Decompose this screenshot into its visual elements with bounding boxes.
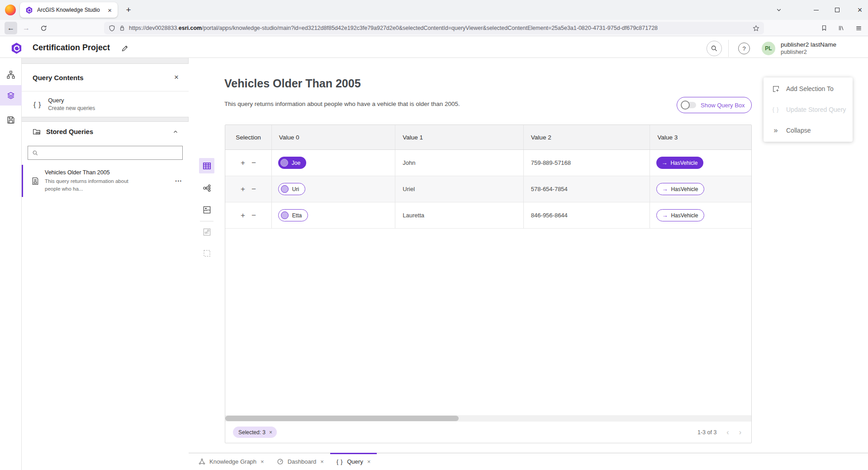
cell-value: Lauretta [403, 212, 424, 219]
horizontal-scrollbar[interactable] [225, 415, 751, 422]
entity-pill[interactable]: Joe [278, 157, 306, 169]
query-item-title: Query [48, 97, 95, 104]
rail-layers-button[interactable] [0, 85, 22, 106]
cell-value: Uriel [403, 186, 415, 192]
window-close-button[interactable]: × [853, 3, 867, 17]
pocket-icon[interactable] [818, 22, 830, 34]
graph-in-box-icon [203, 228, 211, 236]
stored-queries-header[interactable]: Stored Queries [22, 122, 189, 142]
panel-title: Query Contents [33, 74, 174, 82]
rail-data-model-button[interactable] [0, 64, 22, 85]
cell-value: 846-956-8644 [531, 212, 568, 219]
forward-button[interactable]: → [20, 22, 33, 34]
reload-button[interactable] [37, 22, 50, 34]
tab-query[interactable]: { } Query × [330, 453, 377, 470]
browser-tab-strip: ArcGIS Knowledge Studio × + × [0, 0, 868, 20]
avatar[interactable]: PL [762, 42, 775, 55]
stored-queries-search[interactable] [28, 146, 183, 160]
chevron-up-icon[interactable] [172, 129, 179, 135]
expand-plus-icon[interactable]: + [241, 159, 245, 167]
table-header-row: Selection Value 0 Value 1 Value 2 Value … [225, 125, 751, 150]
window-maximize-button[interactable] [830, 3, 844, 17]
tab-close-icon[interactable]: × [320, 458, 324, 465]
collapse-minus-icon[interactable]: − [251, 211, 256, 219]
braces-icon: { } [773, 106, 779, 113]
project-title: Certification Project [33, 43, 110, 53]
expand-plus-icon[interactable]: + [241, 211, 245, 219]
shield-icon[interactable] [109, 25, 115, 32]
tab-knowledge-graph[interactable]: Knowledge Graph × [192, 453, 270, 470]
table-row[interactable]: + − Uri Uriel 578-654-7854 → HasVehicle [225, 176, 751, 202]
column-header[interactable]: Value 1 [395, 125, 524, 149]
list-tabs-icon[interactable] [772, 3, 786, 17]
relationship-pill[interactable]: → HasVehicle [656, 157, 703, 169]
app-header [0, 36, 868, 58]
selected-count-chip[interactable]: Selected: 3 × [233, 427, 277, 438]
search-icon [711, 45, 718, 52]
tab-dashboard[interactable]: Dashboard × [270, 453, 330, 470]
lock-icon[interactable] [119, 25, 125, 31]
relationship-pill[interactable]: → HasVehicle [656, 209, 704, 221]
table-icon [203, 162, 211, 170]
menu-item-update-stored-query: { } Update Stored Query [764, 99, 853, 120]
help-button[interactable]: ? [738, 43, 750, 54]
dashed-selection-icon [203, 249, 211, 258]
tab-close-icon[interactable]: × [261, 458, 264, 465]
show-query-box-toggle[interactable]: Show Query Box [677, 97, 752, 113]
menu-item-collapse[interactable]: » Collapse [764, 120, 853, 141]
collapse-minus-icon[interactable]: − [251, 159, 256, 167]
panel-close-icon[interactable]: × [174, 73, 179, 82]
dashboard-icon [277, 458, 284, 465]
stored-queries-title: Stored Queries [46, 128, 167, 135]
tab-close-icon[interactable]: × [106, 6, 113, 14]
entity-pill[interactable]: Etta [278, 209, 308, 221]
braces-icon: { } [33, 101, 41, 108]
tab-close-icon[interactable]: × [367, 458, 371, 465]
firefox-icon[interactable] [5, 5, 16, 15]
link-chart-icon [203, 184, 211, 192]
column-header[interactable]: Value 0 [272, 125, 396, 149]
stored-query-title: Vehicles Older Than 2005 [45, 169, 170, 176]
stored-query-item[interactable]: Vehicles Older Than 2005 This query retu… [22, 165, 189, 197]
window-minimize-button[interactable] [809, 3, 823, 17]
entity-pill[interactable]: Uri [278, 183, 305, 195]
table-row[interactable]: + − Etta Lauretta 846-956-8644 → HasVehi… [225, 202, 751, 229]
map-icon [203, 206, 211, 214]
browser-tab[interactable]: ArcGIS Knowledge Studio × [20, 2, 118, 18]
query-item[interactable]: { } Query Create new queries [22, 91, 189, 117]
toggle-switch[interactable] [682, 102, 696, 108]
library-icon[interactable] [835, 22, 848, 34]
clear-selection-icon[interactable]: × [269, 429, 272, 436]
edit-pencil-icon[interactable] [121, 45, 128, 52]
page-previous-icon[interactable]: ‹ [726, 428, 729, 436]
expand-plus-icon[interactable]: + [241, 185, 245, 193]
column-header[interactable]: Value 3 [650, 125, 751, 149]
back-button[interactable]: ← [5, 22, 17, 34]
table-view-button[interactable] [199, 158, 214, 173]
url-bar[interactable]: https://dev0028833.esri.com/portal/apps/… [104, 22, 764, 34]
table-row[interactable]: + − Joe John 759-889-57168 → HasVehicle [225, 150, 751, 176]
page-next-icon[interactable]: › [739, 428, 741, 436]
menu-icon[interactable] [852, 22, 865, 34]
new-tab-button[interactable]: + [122, 4, 135, 16]
browser-nav-bar: ← → https://dev0028833.esri.com/portal/a… [0, 20, 868, 36]
column-header[interactable]: Selection [225, 125, 272, 149]
bottom-tab-bar: Knowledge Graph × Dashboard × { } Query … [189, 453, 868, 470]
stored-query-icon [31, 177, 39, 185]
query-contents-panel: Query Contents × { } Query Create new qu… [22, 58, 189, 470]
bookmark-star-icon[interactable] [753, 25, 759, 32]
table-footer: Selected: 3 × 1-3 of 3 ‹ › [225, 422, 751, 443]
column-header[interactable]: Value 2 [524, 125, 650, 149]
map-view-button[interactable] [199, 202, 214, 217]
item-options-icon[interactable]: ••• [175, 179, 182, 183]
search-input[interactable] [42, 150, 178, 156]
collapse-minus-icon[interactable]: − [251, 185, 256, 193]
rail-save-button[interactable] [0, 110, 22, 130]
link-chart-button[interactable] [199, 180, 214, 196]
reload-icon [40, 25, 47, 32]
relationship-pill[interactable]: → HasVehicle [656, 183, 704, 195]
scrollbar-thumb[interactable] [225, 416, 459, 421]
menu-item-add-selection-to[interactable]: Add Selection To [764, 78, 853, 99]
query-item-subtitle: Create new queries [48, 105, 95, 111]
header-search-button[interactable] [707, 41, 722, 56]
